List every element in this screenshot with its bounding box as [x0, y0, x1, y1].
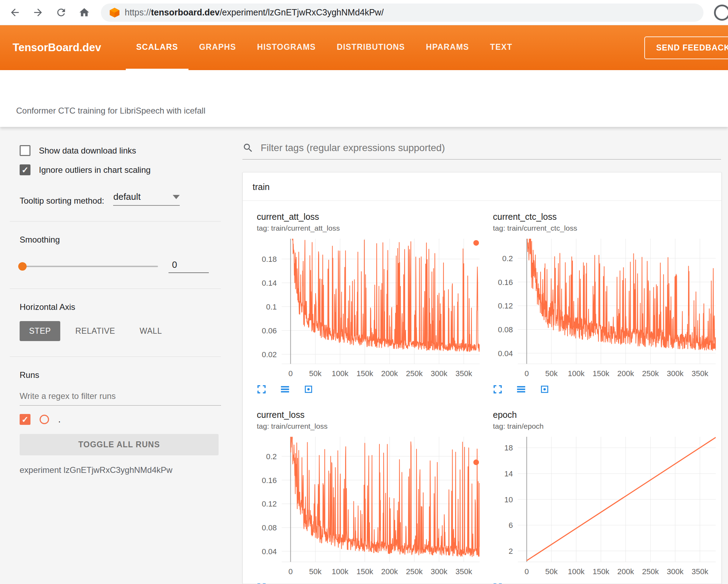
tab-hparams[interactable]: HPARAMS: [415, 25, 480, 70]
fit-domain-icon[interactable]: [303, 582, 314, 584]
tooltip-sorting-label: Tooltip sorting method:: [20, 196, 104, 206]
chart-tag: tag: train/current_loss: [257, 421, 483, 431]
chart-plot[interactable]: 050k100k150k200k250k300k350k0.020.060.10…: [252, 236, 483, 380]
svg-text:0.16: 0.16: [498, 278, 513, 287]
svg-text:300k: 300k: [667, 567, 684, 576]
smoothing-value[interactable]: 0: [169, 259, 209, 273]
url-scheme: https://: [125, 7, 151, 17]
chart-card-epoch: epochtag: train/epoch050k100k150k200k250…: [488, 409, 719, 584]
run-color-swatch[interactable]: [40, 415, 49, 424]
back-icon[interactable]: [8, 6, 21, 19]
fullscreen-icon[interactable]: [256, 384, 267, 396]
experiment-title: Conformer CTC training for LibriSpeech w…: [16, 106, 205, 116]
svg-text:200k: 200k: [381, 567, 398, 576]
send-feedback-button[interactable]: SEND FEEDBACK: [644, 36, 728, 59]
svg-text:0.12: 0.12: [262, 500, 277, 508]
content-area: Show data download links Ignore outliers…: [0, 127, 728, 584]
horizontal-axis-options: STEPRELATIVEWALL: [20, 321, 223, 341]
show-download-links-label: Show data download links: [39, 146, 136, 156]
chart-title: current_att_loss: [257, 211, 483, 223]
forward-icon[interactable]: [32, 6, 44, 19]
data-table-icon[interactable]: [516, 582, 527, 584]
chart-plot[interactable]: 050k100k150k200k250k300k350k26101418: [488, 434, 719, 578]
address-bar[interactable]: https://tensorboard.dev/experiment/lzGnE…: [101, 4, 703, 22]
run-checkbox[interactable]: [20, 414, 30, 425]
data-table-icon[interactable]: [516, 384, 527, 396]
data-table-icon[interactable]: [280, 384, 290, 396]
svg-text:50k: 50k: [309, 567, 322, 576]
toggle-all-runs-button[interactable]: TOGGLE ALL RUNS: [20, 434, 219, 455]
search-icon: [242, 142, 254, 154]
url-path: /experiment/lzGnETjwRxC3yghNMd4kPw/: [220, 7, 384, 17]
svg-text:0.16: 0.16: [262, 476, 277, 485]
home-icon[interactable]: [78, 6, 90, 19]
tooltip-sorting-dropdown[interactable]: default: [113, 191, 180, 206]
svg-text:350k: 350k: [455, 369, 473, 378]
fullscreen-icon[interactable]: [492, 384, 503, 396]
svg-text:0.12: 0.12: [498, 301, 513, 310]
svg-text:0.08: 0.08: [498, 325, 513, 334]
chart-toolbar: [492, 582, 719, 584]
horizontal-axis-label: Horizontal Axis: [20, 302, 223, 312]
chart-title: current_loss: [257, 409, 483, 421]
svg-text:0.14: 0.14: [262, 279, 277, 287]
fit-domain-icon[interactable]: [303, 384, 314, 396]
data-table-icon[interactable]: [280, 582, 290, 584]
smoothing-slider[interactable]: [20, 266, 158, 267]
show-download-links-checkbox[interactable]: [20, 145, 30, 156]
tag-group-title[interactable]: train: [243, 172, 721, 201]
svg-text:0.1: 0.1: [266, 303, 277, 311]
svg-text:100k: 100k: [332, 369, 349, 378]
brand-logo[interactable]: TensorBoard.dev: [13, 41, 101, 54]
url-domain: tensorboard.dev: [151, 7, 220, 17]
svg-text:150k: 150k: [592, 567, 610, 576]
svg-text:10: 10: [504, 495, 513, 504]
svg-text:2: 2: [509, 547, 513, 556]
tensorboard-favicon: [109, 7, 120, 18]
avatar[interactable]: [714, 5, 728, 21]
smoothing-slider-row: 0: [20, 259, 223, 273]
tab-scalars[interactable]: SCALARS: [126, 25, 189, 70]
tab-text[interactable]: TEXT: [480, 25, 523, 70]
svg-text:0.18: 0.18: [262, 255, 277, 264]
svg-text:200k: 200k: [617, 369, 634, 378]
settings-sidebar: Show data download links Ignore outliers…: [0, 127, 223, 584]
tab-graphs[interactable]: GRAPHS: [188, 25, 247, 70]
experiment-subheader: Conformer CTC training for LibriSpeech w…: [0, 70, 728, 127]
svg-text:300k: 300k: [431, 567, 448, 576]
divider: [10, 356, 221, 357]
tab-histograms[interactable]: HISTOGRAMS: [247, 25, 326, 70]
svg-text:0.06: 0.06: [262, 326, 277, 335]
chart-plot[interactable]: 050k100k150k200k250k300k350k0.040.080.12…: [252, 434, 483, 578]
chart-card-current_ctc_loss: current_ctc_losstag: train/current_ctc_l…: [488, 211, 719, 396]
chart-tag: tag: train/current_att_loss: [257, 223, 483, 233]
reload-icon[interactable]: [55, 6, 67, 19]
svg-text:50k: 50k: [545, 369, 558, 378]
svg-text:350k: 350k: [692, 369, 709, 378]
experiment-id-label: experiment lzGnETjwRxC3yghNMd4kPw: [20, 465, 223, 475]
svg-text:350k: 350k: [692, 567, 709, 576]
chart-plot[interactable]: 050k100k150k200k250k300k350k0.040.080.12…: [488, 236, 719, 380]
svg-text:0.08: 0.08: [262, 523, 277, 532]
svg-text:100k: 100k: [568, 567, 585, 576]
fullscreen-icon[interactable]: [492, 582, 503, 584]
nav-tabs: SCALARSGRAPHSHISTOGRAMSDISTRIBUTIONSHPAR…: [126, 25, 523, 70]
ignore-outliers-checkbox[interactable]: [20, 164, 30, 175]
axis-option-step[interactable]: STEP: [20, 321, 60, 341]
svg-text:300k: 300k: [431, 369, 448, 378]
runs-filter-input[interactable]: [20, 388, 221, 406]
svg-text:18: 18: [504, 443, 513, 452]
axis-option-wall[interactable]: WALL: [130, 321, 172, 341]
svg-text:6: 6: [509, 521, 513, 530]
filter-tags-input[interactable]: [261, 142, 721, 154]
show-download-links-row: Show data download links: [20, 145, 223, 156]
smoothing-slider-thumb[interactable]: [18, 262, 27, 271]
svg-text:0: 0: [524, 369, 529, 378]
fullscreen-icon[interactable]: [256, 582, 267, 584]
axis-option-relative[interactable]: RELATIVE: [66, 321, 125, 341]
tab-distributions[interactable]: DISTRIBUTIONS: [326, 25, 415, 70]
chevron-down-icon: [173, 195, 180, 199]
fit-domain-icon[interactable]: [539, 582, 550, 584]
ignore-outliers-row: Ignore outliers in chart scaling: [20, 164, 223, 175]
fit-domain-icon[interactable]: [539, 384, 550, 396]
